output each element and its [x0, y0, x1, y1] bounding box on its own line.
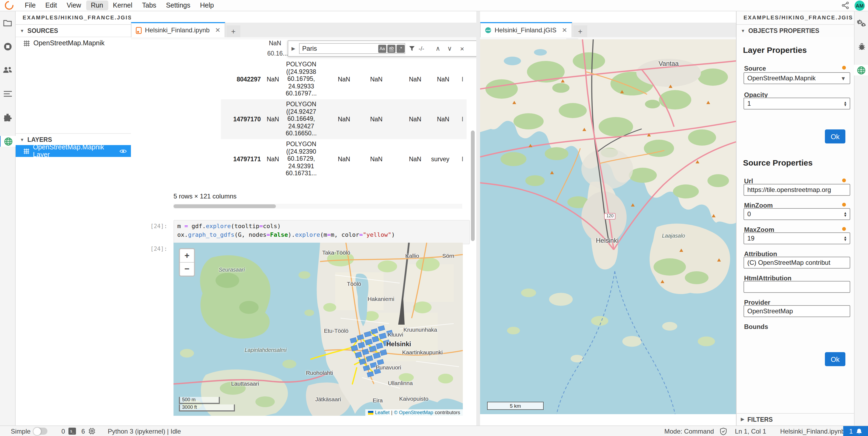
menu-item[interactable]: View	[62, 1, 86, 10]
next-match-icon[interactable]: ∨	[447, 45, 452, 52]
zoom-out-button[interactable]: −	[180, 263, 194, 275]
whole-word-button[interactable]: ab	[388, 45, 396, 53]
code-token: =	[360, 231, 363, 238]
cell: survey	[425, 156, 453, 162]
osm-link[interactable]: © OpenStreetMap	[394, 410, 433, 415]
map-label: Ruoholahti	[306, 369, 333, 376]
jupytergis-right-panel-icon[interactable]	[854, 65, 868, 76]
source-ok-button[interactable]: Ok	[825, 352, 845, 366]
collaborators-icon[interactable]	[2, 65, 13, 76]
htmlattribution-input[interactable]	[744, 281, 850, 293]
simple-mode-toggle[interactable]	[33, 426, 48, 436]
share-icon[interactable]	[842, 2, 849, 9]
notification-count: 1	[849, 427, 852, 435]
right-panel-title: EXAMPLES/HIKING_FRANCE.JGIS	[737, 11, 855, 25]
map-label: Taka-Töölö	[322, 249, 350, 256]
layer-ok-button[interactable]: Ok	[825, 129, 845, 143]
attribution-input[interactable]: (C) OpenStreetMap contribut	[744, 257, 850, 268]
cell: NaN	[353, 116, 386, 122]
url-input[interactable]: https://tile.openstreetmap.org	[744, 184, 850, 196]
new-tab-button[interactable]: +	[573, 25, 587, 37]
stepper-icon[interactable]: ▲▼	[843, 235, 847, 241]
active-file-name[interactable]: Helsinki_Finland.ipynb	[780, 426, 845, 436]
table-row: 8042297 NaN POLYGON ((24.92938 60.16795,…	[221, 59, 467, 99]
map-label: Kruununhaka	[404, 326, 437, 333]
minzoom-input[interactable]: 0 ▲▼	[744, 208, 850, 220]
menu-item[interactable]: Run	[86, 1, 108, 10]
running-kernels-icon[interactable]	[2, 41, 13, 52]
left-activity-bar	[0, 11, 16, 425]
debugger-icon[interactable]	[856, 41, 867, 52]
stepper-icon[interactable]: ▲▼	[843, 100, 847, 107]
search-input[interactable]: Paris Aa ab .*	[299, 43, 405, 54]
property-inspector-icon[interactable]	[856, 17, 867, 28]
expand-search-icon[interactable]: ▶	[291, 46, 295, 51]
objects-properties-label: OBJECTS PROPERTIES	[748, 28, 819, 34]
terminals-count[interactable]: 0	[61, 426, 65, 436]
table-of-contents-icon[interactable]	[2, 88, 13, 99]
opacity-value: 1	[747, 100, 751, 107]
objects-properties-header[interactable]: ▼ OBJECTS PROPERTIES	[737, 25, 855, 37]
menu-item[interactable]: Kernel	[108, 1, 137, 10]
scrollbar-thumb[interactable]	[174, 204, 276, 208]
row-index: 8042297	[221, 76, 264, 83]
filter-funnel-icon[interactable]	[409, 46, 415, 51]
menu-item[interactable]: File	[20, 1, 40, 10]
zoom-in-button[interactable]: +	[180, 249, 194, 263]
filters-section-header[interactable]: ▶ FILTERS	[737, 413, 859, 425]
code-cell[interactable]: m = gdf.explore(tooltip=cols) ox.graph_t…	[174, 220, 470, 244]
extensions-icon[interactable]	[2, 112, 13, 123]
tab-jgis[interactable]: Helsinki_Finland.jGIS ✕	[480, 22, 572, 37]
cell: NaN	[320, 116, 353, 122]
source-select[interactable]: OpenStreetMap.Mapnik ▼	[744, 72, 850, 84]
new-tab-button[interactable]: +	[226, 25, 240, 37]
source-item-openstreetmap[interactable]: OpenStreetMap.Mapnik	[16, 37, 131, 49]
table-row: 14797170 NaN POLYGON ((24.92427 60.16649…	[221, 99, 467, 139]
notebook-pane: Helsinki_Finland.ipynb ✕ + + ✂ ▶ ■ ↻ ▶▶ …	[131, 11, 476, 425]
source-item-label: OpenStreetMap.Mapnik	[33, 39, 104, 47]
leaflet-map-output[interactable]: Taka-TöölöKallioSörnSeurasaariTöölöHakan…	[174, 243, 463, 416]
regex-button[interactable]: .*	[397, 45, 405, 53]
cell: NaN	[353, 76, 386, 83]
trust-shield-icon	[720, 426, 727, 436]
map-label: Punavuori	[376, 364, 401, 371]
previous-match-icon[interactable]: ∧	[436, 45, 440, 52]
match-case-button[interactable]: Aa	[378, 45, 386, 53]
close-icon[interactable]: ✕	[562, 26, 567, 34]
cell: NaN	[320, 76, 353, 83]
close-icon[interactable]: ✕	[215, 26, 220, 34]
cursor-position[interactable]: Ln 1, Col 1	[735, 426, 766, 436]
menu-item[interactable]: Edit	[40, 1, 62, 10]
close-search-icon[interactable]: ×	[460, 45, 464, 53]
code-token: explore	[295, 231, 320, 238]
menu-item[interactable]: Help	[195, 1, 218, 10]
code-token: m	[177, 223, 185, 230]
maxzoom-input[interactable]: 19 ▲▼	[744, 232, 850, 244]
map-label: Jätkäsaari	[315, 396, 341, 402]
leaflet-link[interactable]: Leaflet	[375, 410, 390, 415]
sources-section-header[interactable]: ▼ SOURCES	[16, 25, 131, 37]
provider-input[interactable]: OpenStreetMap	[744, 305, 850, 317]
jupytergis-panel-icon[interactable]	[0, 136, 16, 147]
avatar[interactable]: AM	[855, 0, 865, 10]
notifications-badge[interactable]: 1	[843, 426, 868, 436]
table-row: 14797171 NaN POLYGON ((24.92390 60.16729…	[221, 139, 467, 179]
horizontal-scrollbar[interactable]	[174, 204, 462, 209]
menu-item[interactable]: Settings	[161, 1, 195, 10]
kernel-status-text[interactable]: Python 3 (ipykernel) | Idle	[108, 426, 181, 436]
layer-item-openstreetmap[interactable]: OpenStreetMap.Mapnik Layer	[16, 145, 131, 157]
kernels-count[interactable]: 6	[81, 426, 85, 436]
map-label: Lapinlahdensalmi	[245, 347, 287, 353]
mode-indicator[interactable]: Mode: Command	[664, 426, 714, 436]
gis-map-view[interactable]: VantaaHelsinkiLaajasalo 120 5 km	[480, 39, 736, 414]
tab-notebook[interactable]: Helsinki_Finland.ipynb ✕	[131, 22, 225, 37]
notebook-scrollbar[interactable]	[471, 130, 475, 241]
menu-bar: FileEditViewRunKernelTabsSettingsHelp AM	[0, 0, 868, 11]
visibility-eye-icon[interactable]	[120, 149, 127, 153]
file-browser-icon[interactable]	[2, 17, 13, 28]
menu-item[interactable]: Tabs	[137, 1, 161, 10]
chevron-down-icon: ▼	[840, 75, 846, 81]
opacity-input[interactable]: 1 ▲▼	[744, 97, 850, 110]
stepper-icon[interactable]: ▲▼	[843, 211, 847, 217]
chevron-down-icon: ▼	[741, 28, 745, 33]
